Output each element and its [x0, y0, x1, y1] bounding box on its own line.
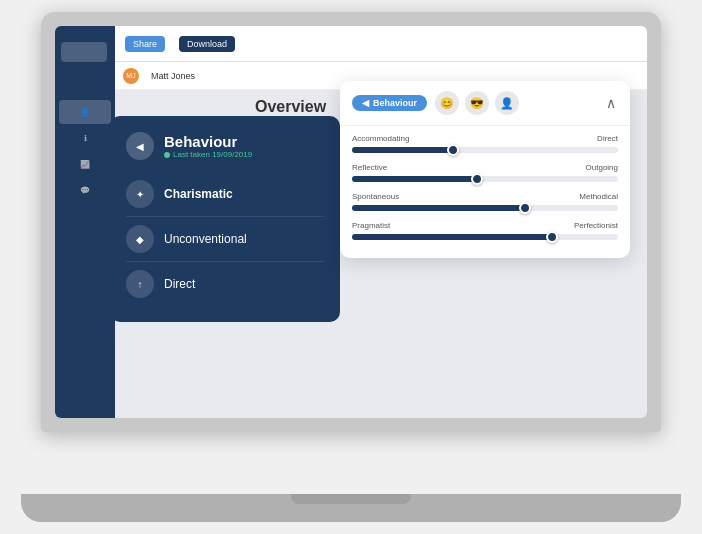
slider-spontaneous-methodical: Spontaneous Methodical	[352, 192, 618, 211]
overview-title: Overview	[255, 98, 326, 116]
behaviour-subtitle: Last taken 19/09/2019	[164, 150, 252, 159]
slider-1-left: Accommodating	[352, 134, 409, 143]
user-avatar: MJ	[123, 68, 139, 84]
sidebar-item-overview[interactable]: 👤	[59, 100, 111, 124]
slider-4-right: Perfectionist	[574, 221, 618, 230]
sidebar-item-develop[interactable]: 📈	[59, 152, 111, 176]
slider-4-left: Pragmatist	[352, 221, 390, 230]
slider-card-header: ◀ Behaviour 😊 😎 👤 ∧	[340, 81, 630, 126]
top-bar: Share Download	[115, 26, 647, 62]
behaviour-card: ◀ Behaviour Last taken 19/09/2019 ✦ Char…	[110, 116, 340, 322]
slider-card-title: ◀ Behaviour 😊 😎 👤	[352, 91, 519, 115]
active-dot	[164, 152, 170, 158]
sidebar-item-interact[interactable]: 💬	[59, 178, 111, 202]
behaviour-title: Behaviour	[164, 133, 252, 150]
slider-card: ◀ Behaviour 😊 😎 👤 ∧	[340, 81, 630, 258]
slider-2-left: Reflective	[352, 163, 387, 172]
slider-accommodating-direct: Accommodating Direct	[352, 134, 618, 153]
laptop-body: Share Download MJ Matt Jones Overview 👤 …	[41, 12, 661, 432]
slider-4-track[interactable]	[352, 234, 618, 240]
header-icon-1[interactable]: 😊	[435, 91, 459, 115]
laptop-notch	[291, 494, 411, 504]
trait-icon-charismatic: ✦	[126, 180, 154, 208]
user-name: Matt Jones	[151, 71, 195, 81]
collapse-button[interactable]: ∧	[604, 93, 618, 113]
slider-1-fill	[352, 147, 453, 153]
trait-label-charismatic: Charismatic	[164, 187, 233, 201]
header-icons: 😊 😎 👤	[435, 91, 519, 115]
slider-3-labels: Spontaneous Methodical	[352, 192, 618, 201]
slider-1-track[interactable]	[352, 147, 618, 153]
slider-2-fill	[352, 176, 477, 182]
share-button[interactable]: Share	[125, 36, 165, 52]
laptop-screen: Share Download MJ Matt Jones Overview 👤 …	[55, 26, 647, 418]
slider-4-labels: Pragmatist Perfectionist	[352, 221, 618, 230]
slider-1-right: Direct	[597, 134, 618, 143]
slider-4-thumb[interactable]	[546, 231, 558, 243]
slider-2-track[interactable]	[352, 176, 618, 182]
behaviour-card-header: ◀ Behaviour Last taken 19/09/2019	[126, 132, 324, 160]
slider-2-right: Outgoing	[586, 163, 618, 172]
trait-label-unconventional: Unconventional	[164, 232, 247, 246]
trait-unconventional[interactable]: ◆ Unconventional	[126, 217, 324, 262]
slider-reflective-outgoing: Reflective Outgoing	[352, 163, 618, 182]
trait-icon-direct: ↑	[126, 270, 154, 298]
header-icon-3[interactable]: 👤	[495, 91, 519, 115]
slider-3-track[interactable]	[352, 205, 618, 211]
slider-rows: Accommodating Direct Reflective Outgoing	[340, 126, 630, 258]
download-button[interactable]: Download	[179, 36, 235, 52]
slider-2-labels: Reflective Outgoing	[352, 163, 618, 172]
badge-label: Behaviour	[373, 98, 417, 108]
badge-icon: ◀	[362, 98, 369, 108]
slider-pragmatist-perfectionist: Pragmatist Perfectionist	[352, 221, 618, 240]
slider-1-thumb[interactable]	[447, 144, 459, 156]
sidebar-nav: 👤 ℹ 📈 💬	[55, 96, 115, 206]
slider-3-right: Methodical	[579, 192, 618, 201]
trait-charismatic[interactable]: ✦ Charismatic	[126, 172, 324, 217]
behaviour-badge: ◀ Behaviour	[352, 95, 427, 111]
slider-3-left: Spontaneous	[352, 192, 399, 201]
behaviour-icon: ◀	[126, 132, 154, 160]
trait-direct[interactable]: ↑ Direct	[126, 262, 324, 306]
sidebar-item-about[interactable]: ℹ	[59, 126, 111, 150]
slider-3-fill	[352, 205, 525, 211]
slider-1-labels: Accommodating Direct	[352, 134, 618, 143]
slider-4-fill	[352, 234, 552, 240]
laptop-base	[21, 494, 681, 522]
slider-3-thumb[interactable]	[519, 202, 531, 214]
trait-icon-unconventional: ◆	[126, 225, 154, 253]
header-icon-2[interactable]: 😎	[465, 91, 489, 115]
trait-list: ✦ Charismatic ◆ Unconventional ↑ Direct	[126, 172, 324, 306]
trait-label-direct: Direct	[164, 277, 195, 291]
laptop: Share Download MJ Matt Jones Overview 👤 …	[21, 12, 681, 522]
slider-2-thumb[interactable]	[471, 173, 483, 185]
sidebar	[55, 26, 115, 418]
